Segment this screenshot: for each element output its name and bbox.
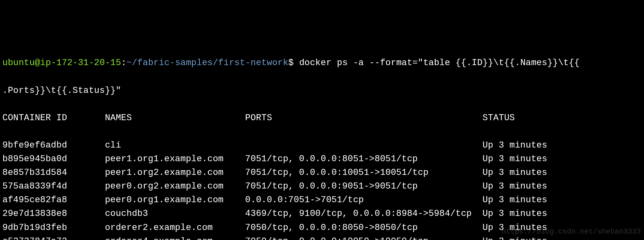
command-part-2: .Ports}}\t{{.Status}}" — [2, 84, 642, 98]
prompt-path: ~/fabric-samples/first-network — [126, 58, 288, 68]
prompt-user: ubuntu — [2, 58, 35, 68]
table-header-row: CONTAINER ID NAMES PORTS STATUS — [2, 111, 642, 125]
table-body: 9bfe9ef6adbd cli Up 3 minutesb895e945ba0… — [2, 139, 642, 240]
prompt-colon: : — [121, 58, 126, 68]
watermark-text: https://blog.csdn.net/shebao3333 — [502, 226, 641, 238]
table-row: 8e857b31d584 peer1.org2.example.com 7051… — [2, 166, 642, 180]
table-row: af495ce82fa8 peer0.org1.example.com 0.0.… — [2, 193, 642, 207]
command-part-1: docker ps -a --format="table {{.ID}}\t{{… — [294, 58, 580, 68]
table-row: 9bfe9ef6adbd cli Up 3 minutes — [2, 139, 642, 152]
prompt-dollar: $ — [288, 58, 293, 68]
prompt-at: @ — [35, 58, 40, 68]
prompt-line-1: ubuntu@ip-172-31-20-15:~/fabric-samples/… — [2, 56, 642, 70]
table-row: 29e7d13838e8 couchdb3 4369/tcp, 9100/tcp… — [2, 207, 642, 221]
table-row: 575aa8339f4d peer0.org2.example.com 7051… — [2, 180, 642, 193]
table-row: b895e945ba0d peer1.org1.example.com 7051… — [2, 152, 642, 166]
prompt-host: ip-172-31-20-15 — [40, 58, 121, 68]
